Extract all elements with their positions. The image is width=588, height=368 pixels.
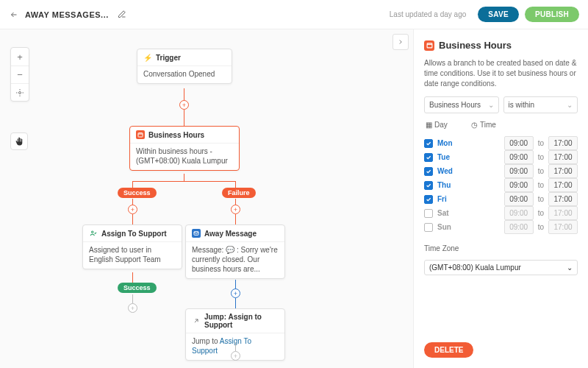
node-title: Assign To Support bbox=[101, 230, 167, 238]
calendar-icon bbox=[136, 130, 145, 139]
time-to-input: 17:00 bbox=[548, 206, 578, 220]
day-name: Mon bbox=[437, 139, 458, 147]
to-label: to bbox=[538, 223, 544, 231]
day-row: Sun09:00to17:00 bbox=[424, 220, 578, 234]
day-name: Thu bbox=[437, 181, 458, 189]
day-row: Wed09:00to17:00 bbox=[424, 164, 578, 178]
time-to-input[interactable]: 17:00 bbox=[548, 192, 578, 206]
edit-title-icon[interactable] bbox=[118, 10, 128, 20]
condition-type-select[interactable]: Business Hours⌄ bbox=[424, 96, 499, 113]
add-step-port[interactable]: + bbox=[231, 289, 240, 298]
node-trigger[interactable]: ⚡Trigger Conversation Opened bbox=[137, 49, 232, 84]
to-label: to bbox=[538, 167, 544, 175]
chevron-down-icon: ⌄ bbox=[567, 101, 573, 109]
day-checkbox[interactable] bbox=[424, 223, 433, 232]
day-row: Mon09:00to17:00 bbox=[424, 136, 578, 150]
schedule-header: ▦Day ◷Time bbox=[424, 121, 578, 129]
workflow-title: AWAY MESSAGES... bbox=[25, 10, 109, 19]
day-row: Thu09:00to17:00 bbox=[424, 178, 578, 192]
jump-icon bbox=[192, 316, 201, 325]
node-business-hours[interactable]: Business Hours Within business hours - (… bbox=[129, 126, 240, 171]
chevron-down-icon: ⌄ bbox=[567, 263, 573, 272]
svg-rect-1 bbox=[138, 133, 143, 137]
node-assign[interactable]: Assign To Support Assigned to user in En… bbox=[82, 224, 182, 269]
time-from-input[interactable]: 09:00 bbox=[504, 178, 534, 192]
chevron-down-icon: ⌄ bbox=[488, 101, 494, 109]
node-title: Jump: Assign to Support bbox=[204, 313, 279, 329]
branch-label-success: Success bbox=[118, 283, 157, 293]
add-step-port[interactable]: + bbox=[231, 205, 240, 214]
day-checkbox[interactable] bbox=[424, 167, 433, 176]
time-from-input[interactable]: 09:00 bbox=[504, 150, 534, 164]
node-title: Away Message bbox=[204, 230, 257, 238]
user-check-icon bbox=[89, 229, 98, 238]
time-from-input[interactable]: 09:00 bbox=[504, 136, 534, 150]
to-label: to bbox=[538, 181, 544, 189]
add-step-port[interactable]: + bbox=[128, 205, 137, 214]
to-label: to bbox=[538, 139, 544, 147]
add-step-port[interactable]: + bbox=[128, 303, 137, 313]
node-title: Trigger bbox=[156, 54, 181, 62]
envelope-icon bbox=[192, 229, 201, 238]
time-to-input[interactable]: 17:00 bbox=[548, 164, 578, 178]
save-button[interactable]: SAVE bbox=[478, 7, 519, 22]
schedule-rows: Mon09:00to17:00Tue09:00to17:00Wed09:00to… bbox=[424, 136, 578, 234]
branch-label-success: Success bbox=[118, 188, 157, 198]
bolt-icon: ⚡ bbox=[143, 53, 152, 62]
timezone-label: Time Zone bbox=[424, 244, 578, 252]
calendar-icon bbox=[424, 40, 434, 51]
to-label: to bbox=[538, 209, 544, 217]
time-to-input[interactable]: 17:00 bbox=[548, 178, 578, 192]
day-name: Tue bbox=[437, 153, 458, 161]
day-row: Fri09:00to17:00 bbox=[424, 192, 578, 206]
node-body: Message: 💬 : Sorry we're currently close… bbox=[186, 241, 284, 278]
publish-button[interactable]: PUBLISH bbox=[525, 7, 579, 22]
day-checkbox[interactable] bbox=[424, 209, 433, 218]
time-from-input[interactable]: 09:00 bbox=[504, 164, 534, 178]
day-name: Sun bbox=[437, 223, 458, 231]
svg-point-2 bbox=[92, 231, 94, 233]
day-checkbox[interactable] bbox=[424, 153, 433, 162]
svg-rect-4 bbox=[427, 43, 432, 48]
day-checkbox[interactable] bbox=[424, 139, 433, 148]
delete-button[interactable]: DELETE bbox=[424, 342, 473, 358]
node-away-message[interactable]: Away Message Message: 💬 : Sorry we're cu… bbox=[185, 224, 285, 279]
to-label: to bbox=[538, 195, 544, 203]
settings-panel: Business Hours Allows a branch to be cre… bbox=[413, 29, 588, 368]
node-body: Conversation Opened bbox=[137, 66, 232, 83]
add-step-port[interactable]: + bbox=[179, 100, 189, 110]
panel-title: Business Hours bbox=[424, 40, 578, 51]
time-from-input: 09:00 bbox=[504, 220, 534, 234]
day-checkbox[interactable] bbox=[424, 195, 433, 204]
day-checkbox[interactable] bbox=[424, 181, 433, 190]
timezone-select[interactable]: (GMT+08:00) Kuala Lumpur⌄ bbox=[424, 260, 578, 275]
node-body: Within business hours - (GMT+08:00) Kual… bbox=[130, 143, 239, 170]
day-name: Fri bbox=[437, 195, 458, 203]
day-name: Sat bbox=[437, 209, 458, 217]
workflow-canvas[interactable]: + − ⚡Trigger Conversation Opened + bbox=[0, 29, 413, 368]
calendar-small-icon: ▦ bbox=[426, 121, 432, 129]
flow-layer: ⚡Trigger Conversation Opened + Business … bbox=[0, 29, 413, 368]
time-from-input: 09:00 bbox=[504, 206, 534, 220]
time-to-input[interactable]: 17:00 bbox=[548, 136, 578, 150]
branch-label-failure: Failure bbox=[222, 188, 256, 198]
clock-icon: ◷ bbox=[471, 121, 478, 129]
node-body: Assigned to user in English Support Team bbox=[83, 241, 182, 269]
condition-operator-select[interactable]: is within⌄ bbox=[503, 96, 578, 113]
to-label: to bbox=[538, 153, 544, 161]
back-button[interactable] bbox=[9, 10, 19, 20]
day-row: Tue09:00to17:00 bbox=[424, 150, 578, 164]
last-updated: Last updated a day ago bbox=[390, 10, 467, 18]
day-name: Wed bbox=[437, 167, 458, 175]
node-title: Business Hours bbox=[148, 131, 204, 139]
day-row: Sat09:00to17:00 bbox=[424, 206, 578, 220]
time-to-input: 17:00 bbox=[548, 220, 578, 234]
time-to-input[interactable]: 17:00 bbox=[548, 150, 578, 164]
panel-description: Allows a branch to be created based on d… bbox=[424, 58, 578, 89]
header: AWAY MESSAGES... Last updated a day ago … bbox=[0, 0, 588, 29]
time-from-input[interactable]: 09:00 bbox=[504, 192, 534, 206]
add-step-port[interactable]: + bbox=[231, 351, 240, 361]
